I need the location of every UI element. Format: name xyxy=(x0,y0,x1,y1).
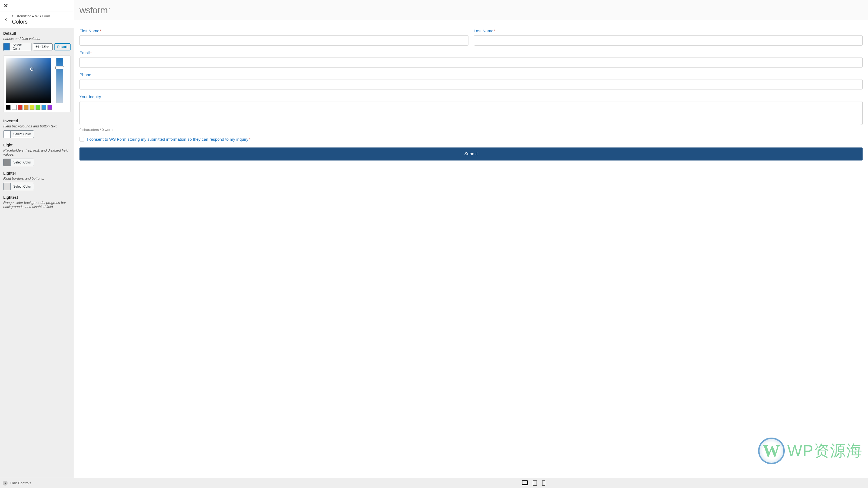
wsform-logo: wsform:: xyxy=(80,5,111,12)
preview-header: wsform:: xyxy=(74,0,868,11)
close-icon[interactable]: ✕ xyxy=(3,2,8,9)
preview-pane: wsform:: First Name* Last Name* Email* P… xyxy=(74,0,868,11)
close-cell: ✕ xyxy=(0,0,12,11)
